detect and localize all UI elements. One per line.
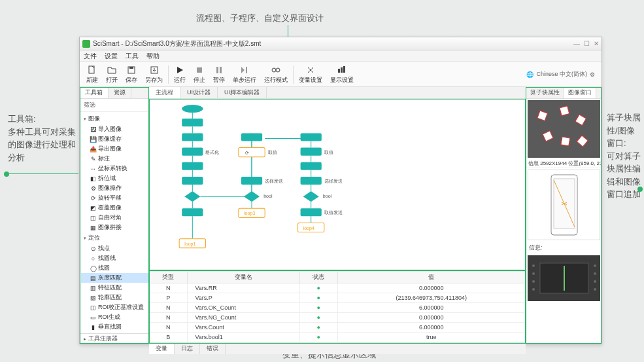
tree-item-label: 导出图像 <box>98 145 122 153</box>
table-row[interactable]: NVars.NG_Count●0.000000 <box>150 313 526 323</box>
tb-run[interactable]: 运行 <box>170 65 190 84</box>
svg-point-87 <box>594 272 596 275</box>
flowchart-canvas[interactable]: 格式化 loop1 <box>149 99 526 270</box>
svg-point-13 <box>182 105 203 113</box>
lang-label[interactable]: Chinese 中文(简体) <box>536 70 587 79</box>
tb-save[interactable]: 保存 <box>122 65 141 84</box>
table-row[interactable]: NVars.OK_Count●6.000000 <box>150 303 526 313</box>
tree-item[interactable]: 📤导出图像 <box>81 144 148 154</box>
tree-item-label: 灰度匹配 <box>98 274 122 282</box>
table-row[interactable]: NVars.RR●0.000000 <box>150 283 526 293</box>
tree-item[interactable]: ⚙图像操作 <box>81 183 148 193</box>
tree-item[interactable]: ◩覆盖图像 <box>81 203 148 213</box>
tab-error[interactable]: 错误 <box>200 343 226 354</box>
tree-section[interactable]: 图像 <box>81 113 148 124</box>
tree-section[interactable]: 定位 <box>81 232 148 244</box>
tree-item[interactable]: ⊙找点 <box>81 244 148 253</box>
toolbox-search[interactable]: 筛选 <box>80 99 148 112</box>
image-preview-3[interactable] <box>528 255 600 301</box>
tree-item-label: 找圆 <box>98 264 110 272</box>
svg-rect-51 <box>301 148 322 156</box>
svg-rect-7 <box>246 67 247 73</box>
tree-item[interactable]: ▦图像拼接 <box>81 223 148 232</box>
titlebar[interactable]: SciSmart - D:/SciSmart3.0方案/主界面流程图-中文版2.… <box>80 37 602 50</box>
svg-rect-17 <box>182 133 203 141</box>
tab-resources[interactable]: 资源 <box>109 87 131 98</box>
toolbox-tree[interactable]: 图像🖼导入图像💾图像缓存📤导出图像✎标注↔坐标系转换◧拆位域⚙图像操作⟳旋转平移… <box>80 112 148 333</box>
tree-item[interactable]: ◯找圆 <box>81 263 148 273</box>
tree-item[interactable]: 💾图像缓存 <box>81 134 148 144</box>
tab-variables[interactable]: 变量 <box>149 343 175 354</box>
menu-help[interactable]: 帮助 <box>146 52 160 61</box>
toolbox-panel: 工具箱 资源 筛选 图像🖼导入图像💾图像缓存📤导出图像✎标注↔坐标系转换◧拆位域… <box>80 87 149 344</box>
tree-item[interactable]: ◫自由对角 <box>81 213 148 223</box>
tree-item[interactable]: ▮垂直找圆 <box>81 322 148 332</box>
toolbar: 新建 打开 保存 另存为 运行 停止 暂停 单步运行 运行模式 变量设置 显示设… <box>80 62 602 87</box>
tree-item-label: 找点 <box>98 244 110 253</box>
svg-text:取值发送: 取值发送 <box>324 210 343 215</box>
tree-item[interactable]: ◧拆位域 <box>81 173 148 183</box>
svg-rect-36 <box>239 148 265 157</box>
tree-item[interactable]: 🖼导入图像 <box>81 124 148 134</box>
callout-left: 工具箱: 多种工具可对采集的图像进行处理和分析 <box>8 113 76 164</box>
svg-text:loop3: loop3 <box>244 211 255 216</box>
svg-rect-5 <box>216 67 218 73</box>
minimize-button[interactable]: — <box>573 40 580 47</box>
svg-rect-2 <box>129 67 133 69</box>
table-row[interactable]: NVars.Count●6.000000 <box>150 323 526 333</box>
menubar: 文件 设置 工具 帮助 <box>80 50 602 62</box>
tool-register[interactable]: 工具注册器 <box>80 333 148 344</box>
maximize-button[interactable]: ☐ <box>584 40 590 47</box>
menu-file[interactable]: 文件 <box>84 52 97 61</box>
image-info: 信息 2592X1944 位置(859.0, 211.0) RGB(74, 74… <box>526 159 602 168</box>
tree-item[interactable]: ⟳旋转平移 <box>81 193 148 203</box>
tree-item[interactable]: ✎标注 <box>81 154 148 164</box>
tree-item-icon: ⊙ <box>90 245 96 251</box>
tab-uidesigner[interactable]: UI设计器 <box>180 87 218 98</box>
tree-item[interactable]: ▥特征匹配 <box>81 283 148 293</box>
tab-image-window[interactable]: 图像窗口 <box>564 87 596 98</box>
app-window: SciSmart - D:/SciSmart3.0方案/主界面流程图-中文版2.… <box>79 37 602 344</box>
svg-point-89 <box>594 288 596 291</box>
svg-point-84 <box>532 280 535 283</box>
tb-mode[interactable]: 运行模式 <box>260 65 292 84</box>
settings-gear-icon[interactable]: ⚙ <box>590 71 595 78</box>
menu-settings[interactable]: 设置 <box>105 52 118 61</box>
tb-step[interactable]: 单步运行 <box>229 65 260 84</box>
tb-disp[interactable]: 显示设置 <box>326 65 358 84</box>
tb-saveas[interactable]: 另存为 <box>141 65 167 84</box>
svg-point-8 <box>272 68 276 72</box>
tb-var[interactable]: 变量设置 <box>295 65 326 84</box>
tb-new[interactable]: 新建 <box>82 65 102 84</box>
svg-rect-15 <box>182 118 203 126</box>
tree-item[interactable]: ▭ROI生成 <box>81 312 148 322</box>
tree-item-icon: ▭ <box>90 314 96 320</box>
center-panel: 主流程 UI设计器 UI脚本编辑器 格式化 <box>149 87 526 344</box>
image-preview-1[interactable] <box>528 100 600 158</box>
svg-point-85 <box>532 288 535 291</box>
svg-rect-69 <box>560 106 569 116</box>
svg-marker-59 <box>303 191 319 202</box>
tab-operator-props[interactable]: 算子块属性 <box>526 87 564 98</box>
tab-log[interactable]: 日志 <box>175 343 200 354</box>
tree-item[interactable]: ▧轮廓匹配 <box>81 293 148 302</box>
tree-item[interactable]: ↔坐标系转换 <box>81 164 148 173</box>
tab-scripteditor[interactable]: UI脚本编辑器 <box>218 87 267 98</box>
image-preview-2[interactable] <box>528 170 600 240</box>
close-button[interactable]: ✕ <box>594 40 599 47</box>
table-row[interactable]: PVars.P●(2139.646973,750.411804) <box>150 293 526 303</box>
variable-table[interactable]: 类型 变量名 状态 值 NVars.RR●0.000000PVars.P●(21… <box>149 271 526 342</box>
tab-mainflow[interactable]: 主流程 <box>149 87 180 98</box>
tb-pause[interactable]: 暂停 <box>209 65 229 84</box>
table-row[interactable]: BVars.bool1●true <box>150 333 526 342</box>
lang-icon[interactable]: 🌐 <box>526 71 534 78</box>
tree-item[interactable]: ◫ROI校正基准设置 <box>81 302 148 312</box>
tree-item[interactable]: ○找圆线 <box>81 253 148 263</box>
menu-tools[interactable]: 工具 <box>126 52 139 61</box>
tb-stop[interactable]: 停止 <box>190 65 209 84</box>
svg-point-86 <box>594 264 596 267</box>
tab-toolbox[interactable]: 工具箱 <box>80 87 109 98</box>
tb-open[interactable]: 打开 <box>102 65 122 84</box>
tree-item[interactable]: ▤灰度匹配 <box>81 273 148 283</box>
tree-item-icon: ▤ <box>90 275 96 281</box>
